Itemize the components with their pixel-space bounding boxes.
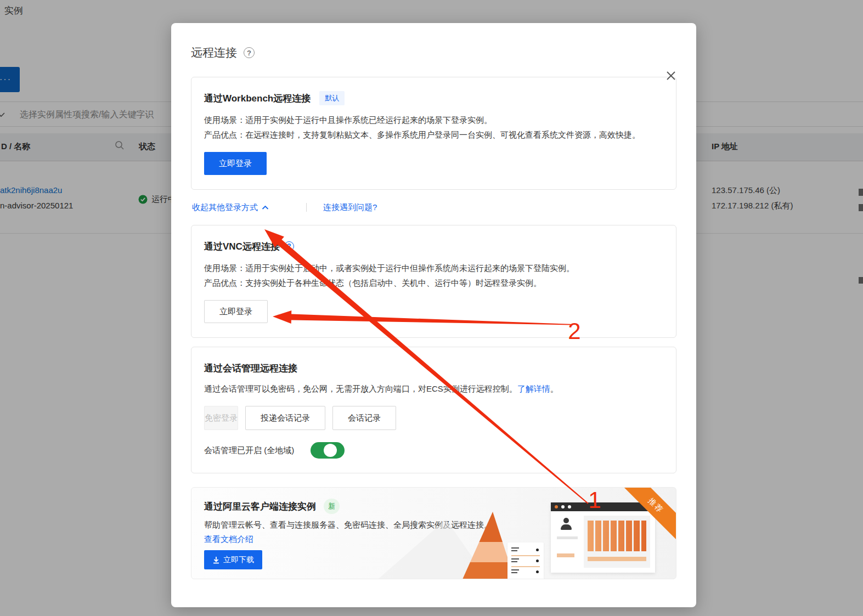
remote-connect-dialog: 远程连接 ? 通过Workbench远程连接 默认 使用场景：适用于实例处于运行… — [171, 23, 696, 607]
download-icon — [212, 556, 220, 564]
passwordless-login-button[interactable]: 免密登录 — [204, 406, 238, 430]
default-badge: 默认 — [319, 91, 345, 105]
workbench-advantage-text: 产品优点：在远程连接时，支持复制粘贴文本、多操作系统用户登录同一台实例、可视化查… — [204, 127, 663, 142]
deliver-session-records-button[interactable]: 投递会话记录 — [245, 406, 325, 430]
new-badge: 新 — [324, 499, 340, 514]
recommended-ribbon: 推荐 — [620, 487, 676, 541]
session-desc-text: 通过会话管理可以免密码，免公网，无需开放入方向端口，对ECS实例进行远程控制。 — [204, 384, 517, 393]
session-toggle[interactable] — [311, 442, 345, 459]
download-label: 立即下载 — [223, 555, 254, 565]
workbench-login-button[interactable]: 立即登录 — [204, 152, 267, 175]
vnc-advantage-text: 产品优点：支持实例处于各种生命状态（包括启动中、关机中、运行中等）时远程登录实例… — [204, 275, 663, 290]
vnc-card: 通过VNC远程连接 ? 使用场景：适用于实例处于启动中，或者实例处于运行中但操作… — [191, 225, 676, 338]
vnc-title: 通过VNC远程连接 — [204, 240, 280, 253]
vnc-login-button[interactable]: 立即登录 — [204, 300, 268, 323]
learn-more-link[interactable]: 了解详情 — [517, 381, 550, 396]
collapse-link-label: 收起其他登录方式 — [192, 202, 258, 213]
download-button[interactable]: 立即下载 — [204, 550, 262, 569]
vnc-help-icon[interactable]: ? — [284, 241, 294, 251]
client-banner: 通过阿里云客户端连接实例 新 帮助管理云帐号、查看与连接服务器、免密码连接、全局… — [191, 487, 676, 579]
session-card: 通过会话管理远程连接 通过会话管理可以免密码，免公网，无需开放入方向端口，对EC… — [191, 347, 676, 473]
dialog-title: 远程连接 — [191, 45, 237, 60]
client-desc-text: 帮助管理云帐号、查看与连接服务器、免密码连接、全局搜索实例及远程连接。 — [204, 520, 663, 530]
chevron-up-icon — [262, 205, 269, 210]
close-icon[interactable] — [665, 70, 676, 81]
view-docs-link[interactable]: 查看文档介绍 — [204, 534, 253, 545]
screen: 实例 ··· D / 名称 状态 IP 地址 atk2nih6ji8naa2u … — [0, 0, 863, 616]
session-title: 通过会话管理远程连接 — [204, 362, 297, 375]
connection-trouble-link[interactable]: 连接遇到问题? — [323, 202, 377, 213]
session-desc-period: 。 — [550, 384, 559, 393]
workbench-scene-text: 使用场景：适用于实例处于运行中且操作系统已经运行起来的场景下登录实例。 — [204, 112, 663, 127]
divider — [306, 203, 307, 212]
session-records-button[interactable]: 会话记录 — [332, 406, 396, 430]
collapse-other-methods-link[interactable]: 收起其他登录方式 — [192, 202, 269, 213]
toggle-knob — [324, 444, 337, 457]
vnc-scene-text: 使用场景：适用于实例处于启动中，或者实例处于运行中但操作系统尚未运行起来的场景下… — [204, 261, 663, 275]
session-toggle-label: 会话管理已开启 (全地域) — [204, 445, 294, 456]
workbench-card: 通过Workbench远程连接 默认 使用场景：适用于实例处于运行中且操作系统已… — [191, 77, 676, 190]
workbench-title: 通过Workbench远程连接 — [204, 92, 311, 105]
client-title: 通过阿里云客户端连接实例 — [204, 500, 316, 513]
decor-list-card — [507, 542, 544, 579]
help-icon[interactable]: ? — [244, 47, 255, 58]
